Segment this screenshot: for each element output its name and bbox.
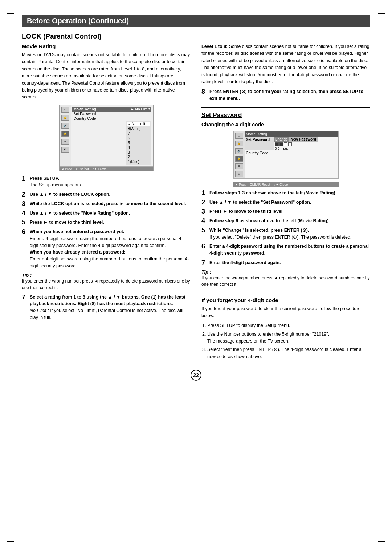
cp-icon-3: 🔊: [235, 148, 243, 154]
menu-icon-6: ⚙: [61, 147, 69, 153]
step-2: 2 Use ▲ / ▼ to select the LOCK option.: [22, 191, 191, 198]
cp-icon-6: ⚙: [235, 171, 243, 177]
menu-item-set-password: Set Password: [72, 112, 151, 116]
cp-input-box-4: [288, 142, 292, 146]
set-password-title: Set Password: [201, 112, 370, 119]
cp-menu-footer: ◄ Prev. CLEAR Reset ⌂✦ Close: [233, 182, 339, 187]
cp-menu-row1: Set Password Change New Password 0-9: [245, 137, 338, 150]
left-column: Movie Rating Movies on DVDs may contain …: [22, 43, 191, 362]
cp-icon-4: 🔒: [235, 156, 243, 162]
forget-section-divider: [201, 293, 370, 293]
cp-icon-2: 🔒: [235, 141, 243, 146]
menu-icon-5: ≡: [61, 139, 69, 145]
change-password-menu-screenshot: □ 🔒 🔊 🔒 ≡ ⚙ Movie Rating Set Password Ch…: [233, 131, 339, 179]
cp-input-row: [274, 142, 338, 147]
step-7: 7 Select a rating from 1 to 8 using the …: [22, 294, 191, 321]
movie-rating-intro: Movies on DVDs may contain scenes not su…: [22, 52, 191, 101]
right-step-5: 5 While "Change" is selected, press ENTE…: [201, 227, 370, 241]
right-step-4: 4 Follow step 6 as shown above to the le…: [201, 218, 370, 224]
menu-footer: ◄ Prev. ⊙ Select ⌂✦ Close: [60, 167, 153, 171]
main-content: Movie Rating Movies on DVDs may contain …: [22, 43, 370, 362]
forget-step-1: Press SETUP to display the Setup menu.: [207, 322, 370, 329]
right-step-6: 6 Enter a 4-digit password using the num…: [201, 243, 370, 257]
level-description: Level 1 to 8: Some discs contain scenes …: [201, 43, 370, 85]
cp-menu-header: Movie Rating: [245, 131, 338, 137]
header-text: Before Operation (Continued): [27, 17, 129, 25]
page-number-area: 22: [22, 370, 370, 381]
section-divider: [201, 107, 370, 108]
corner-mark-tl: [7, 7, 14, 14]
cp-input-label: 0-9 Input: [274, 147, 338, 150]
right-step-3: 3 Press ► to move to the third level.: [201, 208, 370, 215]
right-step-1: 1 Follow steps 1-3 as shown above to the…: [201, 190, 370, 197]
menu-header: Movie Rating ► No Limit: [72, 107, 151, 112]
cp-input-box-3: [284, 142, 287, 146]
cp-input-box-2: [279, 142, 283, 146]
step-4: 4 Use ▲ / ▼ to select the "Movie Rating"…: [22, 210, 191, 217]
tip-right: Tip : If you enter the wrong number, pre…: [201, 269, 370, 288]
right-step-7: 7 Enter the 4-digit password again.: [201, 259, 370, 266]
tip-left: Tip : If you enter the wrong number, pre…: [22, 272, 191, 291]
cp-menu-content: Movie Rating Set Password Change New Pas…: [245, 131, 338, 178]
menu-sub-panel: ✓ No Limit 8(Adult) 7 6 5 4 3 2 1(Kids): [72, 121, 151, 165]
cp-input-box-1: [275, 142, 279, 146]
forget-steps-list: Press SETUP to display the Setup menu. U…: [207, 322, 370, 360]
step-1: 1 Press SETUP. The Setup menu appears.: [22, 175, 191, 189]
menu-icon-2: 🔒: [61, 115, 69, 121]
movie-rating-menu-screenshot: □ 🔒 🔊 🔒 ≡ ⚙ Movie Rating ► No Limit Set …: [59, 105, 154, 171]
step-5: 5 Press ► to move to the third level.: [22, 219, 191, 226]
page-number-circle: 22: [191, 370, 201, 381]
menu-item-country-code: Country Code: [72, 116, 151, 121]
right-step-2: 2 Use ▲ / ▼ to select the "Set Password"…: [201, 199, 370, 206]
menu-icon-3: 🔊: [61, 123, 69, 129]
forget-step-2: Use the Number buttons to enter the 5-di…: [207, 331, 370, 345]
step-3: 3 While the LOCK option is selected, pre…: [22, 200, 191, 207]
movie-rating-title: Movie Rating: [22, 43, 191, 49]
step-6: 6 When you have not entered a password y…: [22, 228, 191, 270]
cp-menu-row2: Country Code: [245, 150, 338, 156]
corner-mark-br: [378, 541, 385, 548]
menu-rating-options: ✓ No Limit 8(Adult) 7 6 5 4 3 2 1(Kids): [126, 121, 151, 165]
forget-step-3: Select "Yes" then press ENTER (⊙). The 4…: [207, 346, 370, 360]
page-header: Before Operation (Continued): [22, 15, 370, 27]
corner-mark-tr: [378, 7, 385, 14]
menu-icon-1: □: [61, 107, 69, 113]
step-8: 8 Press ENTER (⊙) to confirm your rating…: [201, 88, 370, 102]
section-title: LOCK (Parental Control): [22, 32, 370, 40]
cp-menu-icons: □ 🔒 🔊 🔒 ≡ ⚙: [234, 131, 245, 178]
menu-icon-4: 🔒: [61, 131, 69, 137]
forget-intro: If you forget your password, to clear th…: [201, 305, 370, 320]
changing-code-title: Changing the 4-digit code: [201, 122, 370, 127]
corner-mark-bl: [7, 541, 14, 548]
cp-icon-5: ≡: [235, 163, 243, 169]
right-column: Level 1 to 8: Some discs contain scenes …: [201, 43, 370, 362]
cp-icon-1: □: [235, 133, 243, 139]
menu-content: Movie Rating ► No Limit Set Password Cou…: [71, 105, 153, 166]
forget-title: If you forget your 4-digit code: [201, 297, 370, 303]
menu-icons: □ 🔒 🔊 🔒 ≡ ⚙: [60, 105, 71, 166]
